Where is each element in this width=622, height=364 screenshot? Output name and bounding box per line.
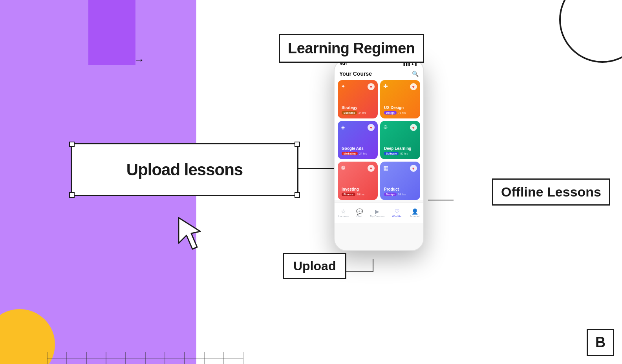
deep-badge: Software [384,152,399,155]
product-icon: ▦ [383,165,388,171]
b-logo: B [587,329,614,356]
chat-icon: 💬 [356,208,363,215]
circle-top-right-decoration [559,0,622,63]
upload-lessons-box: Upload lessons [71,143,298,196]
nav-item-chat[interactable]: 💬 Chat [356,208,363,218]
corner-handle-tl[interactable] [69,142,75,147]
purple-rect-top [88,0,135,65]
heart-icon-strategy[interactable]: ♥ [368,83,375,90]
deep-icon: ❊ [383,124,388,130]
nav-item-wishlist[interactable]: ♡ Wishlist [392,208,402,218]
ux-hours: 76 hrs [398,111,406,114]
phone-container: 9:41 ▐▐▐ ▲ ▌ Your Course 🔍 ♥ ✦ Strategy … [334,59,424,251]
mycourses-icon: ▶ [375,208,379,215]
product-meta: Design 99 hrs [384,193,416,196]
lectures-icon: ☆ [341,208,346,215]
heart-icon-ads[interactable]: ♥ [368,124,375,131]
nav-item-mycourses[interactable]: ▶ My Courses [370,208,384,218]
strategy-name: Strategy [342,106,374,110]
wishlist-label: Wishlist [392,215,402,218]
strategy-hours: 24 hrs [359,111,366,114]
deep-meta: Software 80 hrs [384,152,416,155]
upload-lessons-label: Upload lessons [126,160,243,179]
course-card-ux[interactable]: ♥ ✚ UX Design Design 76 hrs [380,80,420,118]
corner-handle-br[interactable] [295,192,300,198]
heart-icon-product[interactable]: ♥ [410,165,417,172]
ux-icon: ✚ [383,83,388,89]
wishlist-icon: ♡ [395,208,400,215]
ux-name: UX Design [384,106,416,110]
bottom-nav: ☆ Lectures 💬 Chat ▶ My Courses ♡ Wishlis… [335,202,423,223]
account-label: Account [410,215,419,218]
invest-meta: Finance 36 hrs [342,193,374,196]
invest-hours: 36 hrs [357,193,364,196]
b-logo-letter: B [595,334,606,351]
course-card-deep[interactable]: ♥ ❊ Deep Learning Software 80 hrs [380,121,420,159]
strategy-badge: Business [342,111,357,115]
invest-badge: Finance [342,193,355,196]
upload-label: Upload [293,259,336,273]
chat-label: Chat [357,215,362,218]
ux-badge: Design [384,111,397,115]
strategy-meta: Business 24 hrs [342,111,374,115]
deep-name: Deep Learning [384,146,416,151]
learning-regimen-label: Learning Regimen [288,40,415,56]
arrow-decoration: → [134,54,145,66]
mycourses-label: My Courses [370,215,384,218]
offline-lessons-label: Offline Lessons [501,184,601,199]
heart-icon-deep[interactable]: ♥ [410,124,417,131]
product-name: Product [384,187,416,191]
product-badge: Design [384,193,397,196]
nav-item-lectures[interactable]: ☆ Lectures [338,208,349,218]
lectures-label: Lectures [338,215,349,218]
course-grid: ♥ ✦ Strategy Business 24 hrs ♥ ✚ UX Desi… [335,80,423,200]
account-icon: 👤 [412,208,418,215]
learning-regimen-box: Learning Regimen [279,34,424,63]
ads-icon: ◈ [341,124,345,130]
yellow-circle-decoration [0,309,55,364]
course-header: Your Course 🔍 [335,68,423,80]
ads-hours: 24 hrs [359,152,367,155]
course-card-strategy[interactable]: ♥ ✦ Strategy Business 24 hrs [338,80,378,118]
search-icon[interactable]: 🔍 [412,71,419,77]
heart-icon-invest[interactable]: ♥ [368,165,375,172]
course-card-product[interactable]: ♥ ▦ Product Design 99 hrs [380,162,420,200]
deep-hours: 80 hrs [400,152,408,155]
upload-box: Upload [283,253,346,279]
course-card-invest[interactable]: ♥ ❁ Investing Finance 36 hrs [338,162,378,200]
corner-handle-bl[interactable] [69,192,75,198]
ads-badge: Marketing [342,152,358,155]
course-header-title: Your Course [339,71,372,77]
phone-frame: 9:41 ▐▐▐ ▲ ▌ Your Course 🔍 ♥ ✦ Strategy … [334,59,424,251]
heart-icon-ux[interactable]: ♥ [410,83,417,90]
invest-name: Investing [342,187,374,191]
offline-lessons-box: Offline Lessons [492,178,610,206]
corner-handle-tr[interactable] [295,142,300,147]
product-hours: 99 hrs [398,193,406,196]
ads-name: Google Ads [342,146,374,151]
course-card-ads[interactable]: ♥ ◈ Google Ads Marketing 24 hrs [338,121,378,159]
strategy-icon: ✦ [341,83,346,89]
invest-icon: ❁ [341,165,346,171]
ads-meta: Marketing 24 hrs [342,152,374,155]
ux-meta: Design 76 hrs [384,111,416,115]
grid-bottom [47,352,243,364]
nav-item-account[interactable]: 👤 Account [410,208,419,218]
